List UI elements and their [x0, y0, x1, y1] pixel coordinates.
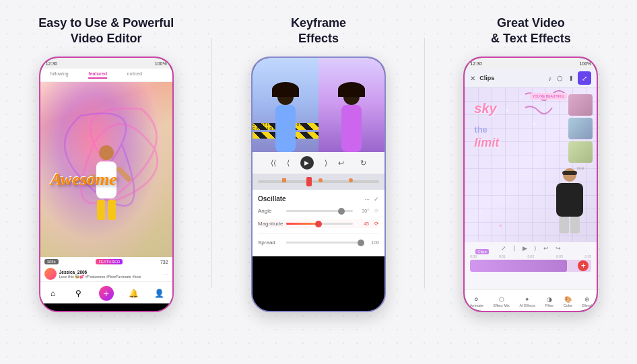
- person-3: [341, 89, 362, 152]
- nav-tabs-1[interactable]: following featured noticed: [40, 69, 172, 82]
- clips-title: Clips: [479, 75, 544, 81]
- magnitude-value: 45: [357, 221, 369, 226]
- spread-slider[interactable]: [286, 242, 363, 244]
- layers-icon[interactable]: ⬡: [557, 75, 563, 82]
- next-frame-icon[interactable]: ⟩: [534, 245, 537, 252]
- add-clip-button[interactable]: +: [578, 260, 589, 271]
- video-preview: CAUTION CAUTION CAUTION: [253, 58, 384, 152]
- step-forward-icon[interactable]: ⟩: [325, 159, 327, 168]
- spread-value: 100: [367, 240, 379, 245]
- status-bar-1: 12:30 100%: [40, 58, 172, 69]
- toolbar-animate[interactable]: ⭘ Animate: [470, 296, 483, 307]
- filter-icon: ◑: [547, 296, 552, 303]
- username: Jessica_2006: [59, 270, 141, 275]
- effect-mix-icon: ⬡: [499, 296, 504, 303]
- timeline-playhead[interactable]: [306, 177, 312, 186]
- timeline-track-wrapper: 0:000:010:020:030:05 + Clips: [470, 254, 591, 272]
- edit-canvas: YOU'RE BEAUTIFUL sky the limit ✦ ✧ ✦ ✧ ★: [465, 87, 597, 242]
- oscillate-title: Oscillate: [258, 195, 286, 203]
- header-icons[interactable]: ♪ ⬡ ⬆: [548, 75, 574, 82]
- col2-title: Keyframe Effects: [291, 13, 346, 48]
- video-clip[interactable]: [470, 260, 567, 272]
- param-magnitude: Magnitude 45 ⟳: [258, 219, 379, 228]
- angle-thumb[interactable]: [338, 208, 345, 215]
- toolbar-filter[interactable]: ◑ Filter: [545, 296, 554, 307]
- animate-label: Animate: [470, 303, 483, 307]
- toolbar-blend[interactable]: ⊕ Blend: [582, 296, 592, 307]
- spread-thumb[interactable]: [358, 240, 364, 246]
- loop-icon[interactable]: ↻: [360, 159, 366, 168]
- keyframe-dot-2: [318, 178, 323, 182]
- status-battery-3: 100%: [579, 61, 591, 66]
- tab-following[interactable]: following: [50, 71, 68, 79]
- angle-fill: [286, 210, 339, 212]
- sparkle-4: ✧: [478, 209, 483, 215]
- p3-body-v: [341, 105, 362, 152]
- toolbar-effect-mix[interactable]: ⬡ Effect Mix: [494, 296, 510, 307]
- close-button[interactable]: ✕: [470, 75, 475, 82]
- thumb-3[interactable]: [568, 141, 593, 163]
- timeline-bar[interactable]: [253, 174, 384, 190]
- leg-2: [570, 217, 580, 233]
- tab-featured[interactable]: featured: [88, 71, 107, 79]
- rewind-icon[interactable]: ⟨⟨: [271, 159, 276, 168]
- toolbar-ai-effects[interactable]: ✦ AI Effects: [520, 296, 535, 307]
- status-battery-1: 100%: [155, 61, 167, 66]
- magnitude-label: Magnitude: [258, 221, 282, 227]
- check-icon[interactable]: ✓: [374, 196, 379, 203]
- active-tool[interactable]: ⤢: [578, 71, 591, 85]
- angle-value: 30°: [357, 209, 369, 213]
- clips-header[interactable]: ✕ Clips ♪ ⬡ ⬆ ⤢: [465, 69, 597, 87]
- bell-icon[interactable]: 🔔: [129, 288, 139, 299]
- p2-body: [275, 105, 296, 152]
- p3-body: [556, 183, 583, 217]
- phone-2: CAUTION CAUTION CAUTION: [251, 57, 386, 312]
- col1-title: Easy to Use & Powerful Video Editor: [38, 13, 174, 48]
- fast-forward-icon[interactable]: ↩: [338, 159, 344, 168]
- p2-head: [277, 89, 294, 105]
- prev-frame-icon[interactable]: ⟨: [513, 245, 516, 252]
- tab-noticed[interactable]: noticed: [127, 71, 143, 79]
- oscillate-actions[interactable]: ··· ✓: [364, 196, 379, 203]
- sunglasses: [562, 171, 577, 175]
- undo-icon[interactable]: ↩: [543, 245, 549, 252]
- share-icon[interactable]: ⬆: [568, 75, 574, 82]
- param-spread: Spread 100: [258, 240, 379, 246]
- step-back-icon[interactable]: ⟨: [287, 159, 290, 168]
- redo-icon[interactable]: ↪: [556, 245, 561, 252]
- effects-toolbar[interactable]: ⭘ Animate ⬡ Effect Mix ✦ AI Effects ◑ Fi…: [465, 289, 597, 312]
- param-angle: Angle 30° ⟳: [258, 208, 379, 214]
- toolbar-color[interactable]: 🎨 Color: [564, 296, 572, 307]
- play-icon-3[interactable]: ▶: [523, 245, 527, 252]
- magnitude-slider[interactable]: [286, 223, 353, 225]
- col3-title: Great Video & Text Effects: [491, 13, 571, 48]
- the-text[interactable]: the: [474, 124, 488, 135]
- sky-text[interactable]: sky: [474, 101, 496, 116]
- music-icon[interactable]: ♪: [548, 75, 551, 82]
- ai-effects-icon: ✦: [525, 296, 530, 303]
- p3-head: [563, 168, 576, 182]
- bottom-nav[interactable]: ⌂ ⚲ + 🔔 👤: [40, 281, 172, 303]
- person-2: [275, 89, 296, 152]
- timeline-clip-area[interactable]: +: [470, 260, 591, 272]
- angle-slider[interactable]: [286, 210, 353, 212]
- leg-1: [560, 217, 569, 233]
- home-icon[interactable]: ⌂: [48, 288, 59, 299]
- more-icon[interactable]: ···: [364, 196, 370, 203]
- playback-controls[interactable]: ⟨⟨ ⟨ ▶ ⟩ ↩ ↻: [253, 152, 384, 174]
- more-options[interactable]: ···: [164, 271, 168, 277]
- limit-text[interactable]: limit: [474, 136, 499, 150]
- search-icon[interactable]: ⚲: [73, 288, 84, 299]
- phone3-timeline[interactable]: ⤢ ⟨ ▶ ⟩ ↩ ↪ 0:000:010:020:030:05 +: [465, 242, 597, 289]
- oscillate-section: Oscillate ··· ✓ Angle 30° ⟳: [253, 190, 384, 256]
- ai-effects-label: AI Effects: [520, 303, 535, 307]
- column-3: Great Video & Text Effects 12:30 100% ✕ …: [425, 7, 637, 319]
- play-button[interactable]: ▶: [300, 156, 314, 170]
- magnitude-thumb[interactable]: [315, 221, 322, 227]
- profile-icon[interactable]: 👤: [154, 288, 165, 299]
- p3-legs: [549, 217, 590, 233]
- magnitude-fill: [286, 223, 316, 225]
- status-time-1: 12:30: [46, 61, 58, 66]
- add-icon[interactable]: +: [99, 286, 114, 301]
- expand-icon[interactable]: ⤢: [501, 245, 506, 252]
